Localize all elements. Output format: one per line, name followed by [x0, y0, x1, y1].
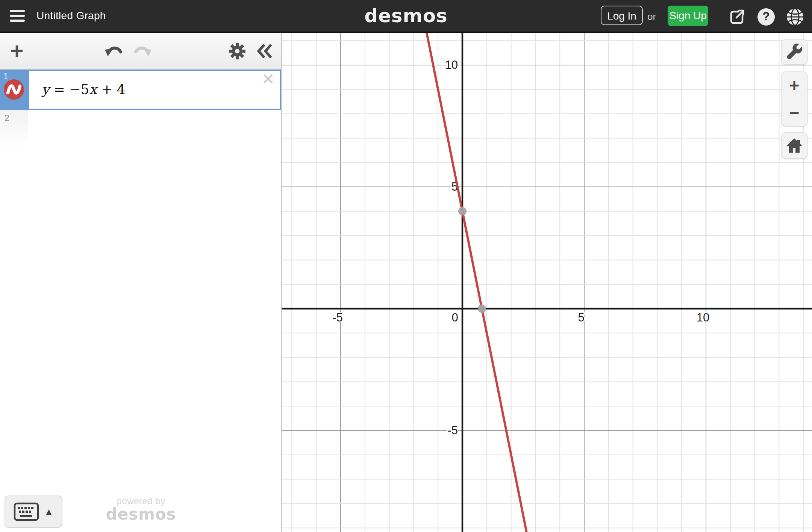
graph-settings-wrench-button[interactable]	[781, 39, 807, 65]
svg-text:-5: -5	[332, 311, 343, 324]
graph-paper[interactable]: -50510105-5	[282, 33, 812, 532]
delete-expression-icon[interactable]: ✕	[262, 71, 275, 87]
expression-toolbar: +	[0, 33, 281, 70]
keyboard-icon	[14, 502, 39, 521]
home-icon	[785, 137, 803, 154]
expression-row-1-gutter[interactable]: 1	[0, 70, 28, 110]
zoom-out-button[interactable]: −	[782, 99, 807, 126]
svg-text:10: 10	[445, 58, 458, 71]
expression-panel: +	[0, 33, 282, 532]
redo-icon[interactable]	[129, 33, 156, 69]
collapse-panel-chevrons-icon[interactable]	[252, 33, 279, 69]
log-in-button[interactable]: Log In	[601, 6, 643, 25]
expression-input[interactable]: y = −5x + 4 ✕	[28, 70, 281, 110]
help-icon[interactable]: ?	[757, 8, 776, 26]
share-icon[interactable]	[728, 8, 747, 26]
svg-text:0: 0	[451, 311, 458, 324]
svg-text:10: 10	[697, 311, 709, 324]
sign-up-button[interactable]: Sign Up	[668, 6, 708, 26]
watermark-brand: desmos	[100, 506, 182, 522]
expression-row-1[interactable]: 1 y = −5x + 4 ✕	[0, 70, 281, 110]
expression-index: 2	[5, 113, 9, 123]
language-globe-icon[interactable]	[786, 8, 804, 26]
zoom-in-button[interactable]: +	[782, 72, 807, 99]
wrench-icon	[785, 42, 804, 61]
graph-canvas[interactable]: -50510105-5	[282, 33, 812, 532]
desmos-app: Untitled Graph desmos Log In or Sign Up …	[0, 0, 812, 532]
keyboard-toggle-button[interactable]: ▲	[5, 496, 62, 528]
svg-text:-5: -5	[447, 424, 458, 437]
default-viewport-home-button[interactable]	[781, 132, 807, 159]
keyboard-expand-triangle-icon: ▲	[44, 506, 53, 517]
svg-text:5: 5	[578, 311, 584, 324]
expression-math-text[interactable]: y = −5x + 4	[42, 81, 126, 97]
panel-divider	[281, 33, 282, 532]
curve-style-icon[interactable]	[3, 79, 25, 100]
undo-icon[interactable]	[101, 33, 127, 69]
zoom-button-group: + −	[781, 71, 807, 126]
top-bar: Untitled Graph desmos Log In or Sign Up …	[0, 0, 812, 33]
or-label: or	[647, 11, 656, 23]
graph-settings-gear-icon[interactable]	[224, 33, 250, 69]
powered-by-desmos-watermark: powered by desmos	[100, 496, 182, 522]
add-expression-button[interactable]: +	[4, 33, 30, 71]
expression-row-2-gutter[interactable]: 2	[0, 110, 28, 148]
svg-text:?: ?	[762, 9, 770, 23]
